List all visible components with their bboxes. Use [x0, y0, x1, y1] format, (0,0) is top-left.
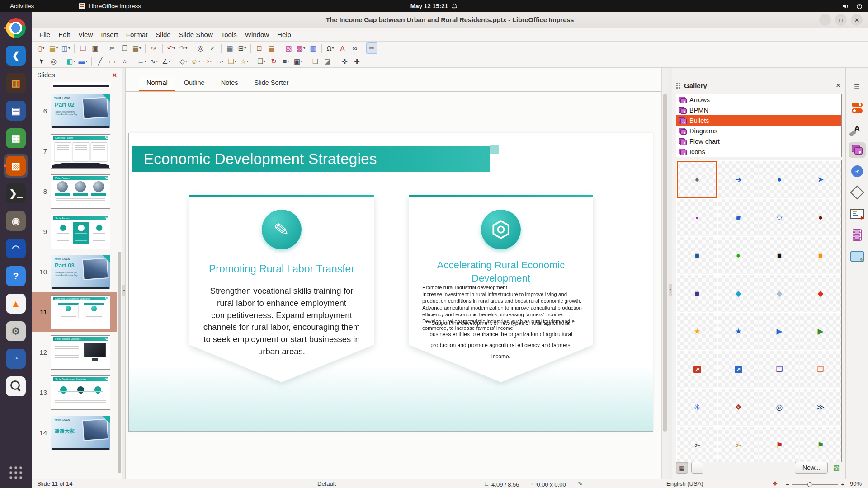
insert-media[interactable]: ▩ [295, 42, 307, 54]
language-status[interactable]: English (USA) [666, 480, 703, 487]
Diagrams[interactable]: Diagrams [676, 126, 841, 136]
export-pdf[interactable]: ❏ [77, 42, 89, 54]
styles[interactable] [849, 121, 866, 136]
help[interactable]: ? [4, 264, 28, 288]
bullet-sphere-darkred[interactable]: ● [800, 199, 841, 236]
fit-slide-icon[interactable]: ✥ [773, 480, 778, 487]
clone-formatting[interactable]: ✑ [148, 42, 160, 54]
slide-thumbnail-row[interactable]: 10 YOUR LOGO Part 03 Strategies to Narro… [32, 252, 117, 292]
print[interactable]: ▣ [90, 42, 101, 54]
libreoffice-writer[interactable]: ▤ [4, 99, 28, 122]
block-arrows[interactable]: ⇨ [202, 56, 213, 67]
shapes[interactable] [849, 185, 866, 200]
show-draw-functions[interactable]: ✏ [366, 42, 377, 54]
bullet-square-black[interactable]: ■ [759, 237, 800, 274]
insert-line[interactable]: ╱ [94, 56, 106, 67]
gallery-close-icon[interactable]: ✕ [835, 82, 842, 89]
slide-transition[interactable] [849, 206, 866, 221]
zoom-pan[interactable]: ◎ [48, 56, 59, 67]
gimp[interactable]: ◉ [4, 209, 28, 233]
paste[interactable]: ▦ [131, 42, 142, 54]
View[interactable]: View [74, 29, 97, 40]
basic-shapes[interactable]: ◇ [178, 56, 189, 67]
slide-thumbnail[interactable]: Social Development Strategies [51, 375, 110, 410]
gallery-grid-view-button[interactable]: ▦ [676, 462, 688, 474]
line-color[interactable]: ▬ [77, 56, 89, 67]
libreoffice-calc[interactable]: ▦ [4, 127, 28, 150]
bullet-play-blue[interactable]: ▶ [759, 313, 800, 350]
bullet-ribbon-rust[interactable]: ❖ [718, 389, 759, 426]
insert-text-box[interactable]: ⊡ [254, 42, 265, 54]
properties[interactable] [849, 100, 866, 115]
slide-thumbnail[interactable]: YOUR LOGO Part 03 Strategies to Narrow t… [51, 255, 110, 289]
flowchart-shapes[interactable]: ▱ [214, 56, 226, 67]
slide-thumbnail-row[interactable]: 11 Economic Development Strategies [32, 292, 117, 332]
bullet-link-red[interactable]: ↗ [677, 351, 717, 388]
bullet-diamond-red[interactable]: ◆ [800, 275, 841, 312]
rectangle[interactable]: ▭ [107, 56, 118, 67]
zoom-in-icon[interactable]: + [841, 481, 844, 488]
select[interactable]: ➤ [36, 56, 47, 67]
bullet-pin-arrow-blue[interactable]: ➤ [800, 161, 841, 198]
Outline[interactable]: Outline [177, 76, 212, 91]
close-button[interactable]: ✕ [851, 14, 863, 26]
pane-splitter-right[interactable]: ▸ [668, 68, 672, 479]
gallery-new-button[interactable]: New... [795, 462, 828, 474]
header-footer[interactable]: ▤ [266, 42, 277, 54]
chrome[interactable] [4, 16, 28, 40]
master-slides[interactable] [849, 249, 866, 264]
slide-thumbnail-row[interactable]: 14 YOUR LOGO 谢谢大家 [32, 413, 117, 453]
slide-title-banner[interactable]: Economic Development Strategies [132, 146, 490, 172]
spelling[interactable]: ✓ [207, 42, 218, 54]
slide-thumbnail[interactable]: YOUR LOGO Part 02 Factors Influencing th… [51, 94, 110, 128]
animation[interactable] [849, 227, 866, 243]
show-applications[interactable] [4, 461, 28, 484]
fill-color[interactable]: ◧ [65, 56, 76, 67]
template-status[interactable]: Default [317, 480, 336, 487]
zoom-slider-knob[interactable] [807, 482, 812, 487]
slide-thumbnail[interactable]: Economic Development Strategies [51, 295, 110, 329]
copy[interactable]: ❐ [119, 42, 130, 54]
power-icon[interactable] [856, 3, 863, 9]
bullet-flag-red[interactable]: ⚑ [759, 427, 800, 462]
File[interactable]: File [35, 29, 54, 40]
bullet-target-navy[interactable]: ◎ [759, 389, 800, 426]
undo[interactable]: ↶ [165, 42, 177, 54]
slide-thumbnail-row[interactable]: 9 Social Factors [32, 211, 117, 252]
focused-app-menu[interactable]: LibreOffice Impress [79, 3, 141, 9]
bullet-link-blue[interactable]: ↗ [718, 351, 759, 388]
slide-thumbnail-partial[interactable] [52, 82, 111, 88]
slides-panel-scrollbar[interactable] [118, 252, 121, 473]
bullet-sphere-violet[interactable]: ● [677, 199, 717, 236]
Window[interactable]: Window [241, 29, 273, 40]
bullet-chevron-black[interactable]: ➢ [677, 427, 717, 462]
open[interactable]: ▤ [48, 42, 59, 54]
display-grid[interactable]: ▦ [224, 42, 236, 54]
Slide[interactable]: Slide [151, 29, 175, 40]
lines-arrows[interactable]: → [136, 56, 147, 67]
Format[interactable]: Format [122, 29, 152, 40]
maximize-button[interactable]: □ [835, 14, 847, 26]
curves-polygons[interactable]: ∿ [148, 56, 160, 67]
gallery-insert-icon[interactable]: ▧ [831, 464, 842, 472]
card-accelerating-rural-economic-development[interactable]: Accelerating Rural Economic Development … [409, 195, 593, 382]
Edit[interactable]: Edit [54, 29, 74, 40]
Notes[interactable]: Notes [214, 76, 245, 91]
gallery[interactable] [849, 142, 866, 158]
slide-thumbnail-row[interactable]: 7 Economic Factors [32, 131, 117, 171]
bullet-square-round-blue[interactable]: ■ [677, 237, 717, 274]
bullet-square-tilt-blue[interactable]: ■ [718, 199, 759, 236]
slide-thumbnail-row[interactable]: 8 Policy Factors [32, 171, 117, 211]
bullet-sphere-green[interactable]: ● [718, 237, 759, 274]
vscode[interactable]: ❮ [4, 44, 28, 67]
Normal[interactable]: Normal [139, 76, 175, 91]
card-promoting-rural-labor-transfer[interactable]: ✎ Promoting Rural Labor Transfer Strengt… [189, 195, 374, 382]
zoom-slider[interactable]: − + [786, 480, 844, 488]
save[interactable]: ◫ [60, 42, 71, 54]
bullet-flag-green[interactable]: ⚑ [800, 427, 841, 462]
insert-image[interactable]: ▧ [283, 42, 294, 54]
volume-icon[interactable] [843, 3, 849, 9]
slide-thumbnail[interactable]: Economic Factors [51, 134, 110, 169]
slide-thumbnail[interactable]: Policy Factors [51, 174, 110, 209]
bullet-sphere-dark[interactable]: ● [677, 161, 717, 198]
